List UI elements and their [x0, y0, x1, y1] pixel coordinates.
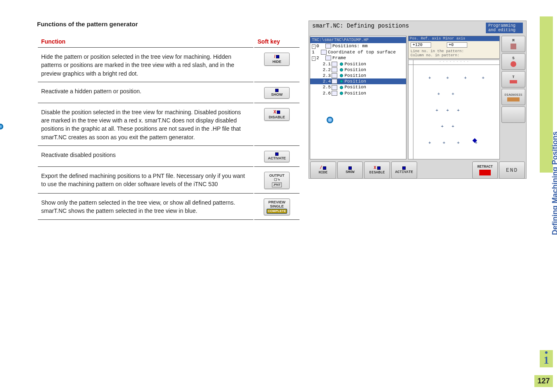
tree-item[interactable]: 2.4Position — [310, 78, 406, 84]
softkey-cell: PREVIEWSINGLECOMPLETE — [254, 194, 299, 220]
info-icon-box: 1 — [540, 350, 553, 367]
position-marker: + — [437, 92, 440, 97]
minor-axis-field[interactable]: +0 — [447, 42, 467, 48]
position-marker: + — [446, 76, 449, 81]
chapter-label: Defining Machining Positions — [551, 131, 557, 235]
softkey-preview[interactable]: PREVIEWSINGLECOMPLETE — [264, 198, 290, 215]
col-softkey: Soft key — [254, 36, 299, 48]
bottom-softkey-RETRACT[interactable]: RETRACT — [472, 161, 498, 179]
tree-item[interactable]: 1Coordinate of top surface — [310, 49, 406, 55]
page-number: 127 — [534, 375, 553, 387]
side-button-1[interactable]: S — [501, 53, 525, 70]
info-line-2: Column no. in pattern: — [411, 53, 460, 58]
bottom-softkey-DISABLE[interactable]: XDISABLE — [364, 161, 390, 179]
side-button-2[interactable]: T — [501, 71, 525, 88]
softkey-cell: SHOW — [254, 83, 299, 103]
softkey-cell: /HIDE — [254, 48, 299, 82]
function-desc: Export the defined machining positions t… — [38, 168, 253, 194]
position-marker: + — [441, 124, 444, 129]
bottom-softkey-HIDE[interactable]: /HIDE — [310, 161, 336, 179]
position-marker: + — [443, 141, 446, 145]
softkey-cell: XDISABLE — [254, 104, 299, 146]
tree-item[interactable]: 2.2Position — [310, 67, 406, 73]
tree-item[interactable]: 2.6Position — [310, 90, 406, 96]
position-marker: + — [457, 108, 460, 113]
position-marker: + — [446, 108, 449, 113]
chapter-label-strip: Defining Machining Positions — [540, 16, 553, 173]
position-marker: + — [452, 92, 455, 97]
col-function: Function — [38, 36, 253, 48]
softkey-output[interactable]: OUTPUT▢↘.PNT — [264, 172, 290, 189]
mode-indicator: Programming and editing — [486, 23, 523, 33]
function-desc: Reactivate disabled positions — [38, 147, 253, 167]
position-marker: + — [428, 141, 431, 145]
bottom-softkey-END[interactable]: END — [499, 161, 525, 179]
info-icon: 1 — [544, 351, 549, 367]
bottom-softkey-SHOW[interactable]: SHOW — [337, 161, 363, 179]
tree-item[interactable]: 2.3Position — [310, 73, 406, 78]
table-row: Reactivate disabled positionsACTIVATE — [38, 147, 299, 167]
function-desc: Reactivate a hidden pattern or position. — [38, 83, 253, 103]
functions-table: Function Soft key Hide the pattern or po… — [37, 35, 300, 221]
side-button-4[interactable] — [501, 106, 525, 123]
section-title: Functions of the pattern generator — [37, 21, 300, 28]
tree-item[interactable]: -2Frame — [310, 55, 406, 61]
form-header: Pos. Ref. axis Minor axis — [408, 36, 499, 41]
tree-item[interactable]: 2.1Position — [310, 61, 406, 67]
tree-panel[interactable]: TNC:\smarTNC\PATDUMP.HP -0Positions: mm … — [310, 36, 406, 159]
softkey-show[interactable]: SHOW — [264, 87, 290, 99]
cnc-screenshot: smarT.NC: Defining positions Programming… — [309, 21, 527, 179]
table-row: Hide the pattern or position selected in… — [38, 48, 299, 82]
softkey-hide[interactable]: /HIDE — [264, 53, 290, 66]
table-row: Export the defined machining positions t… — [38, 168, 299, 194]
origin-marker — [0, 124, 3, 129]
file-path: TNC:\smarTNC\PATDUMP.HP — [310, 37, 406, 43]
softkey-activate[interactable]: ACTIVATE — [264, 151, 290, 162]
side-button-0[interactable]: M — [501, 36, 525, 52]
info-line-1: Line no. in the pattern: — [411, 49, 464, 53]
table-row: Reactivate a hidden pattern or position.… — [38, 83, 299, 103]
bottom-softkey-ACTIVATE[interactable]: ACTIVATE — [391, 161, 417, 179]
side-button-3[interactable]: DIAGNOSIS — [501, 89, 525, 105]
function-desc: Disable the position selected in the tre… — [38, 104, 253, 146]
tree-item[interactable]: 2.5Position — [310, 84, 406, 90]
ref-axis-field[interactable]: +120 — [411, 42, 431, 48]
table-row: Disable the position selected in the tre… — [38, 104, 299, 146]
softkey-disable[interactable]: XDISABLE — [264, 108, 290, 121]
tree-item[interactable]: -0Positions: mm — [310, 43, 406, 49]
position-marker: + — [428, 76, 431, 81]
form-panel: Pos. Ref. axis Minor axis +120 +0 Line n… — [408, 36, 500, 59]
softkey-cell: ACTIVATE — [254, 147, 299, 167]
preview-graphics[interactable]: · · · · · · · · ·+++++++++++++++ — [408, 60, 500, 159]
position-marker: + — [436, 108, 439, 113]
position-marker: + — [452, 124, 455, 129]
function-desc: Hide the pattern or position selected in… — [38, 48, 253, 82]
softkey-cell: OUTPUT▢↘.PNT — [254, 168, 299, 194]
screen-title: smarT.NC: Defining positions — [312, 23, 409, 33]
position-marker: + — [482, 76, 485, 81]
origin-indicator — [327, 117, 333, 123]
position-marker: + — [464, 76, 467, 81]
position-marker: + — [457, 141, 460, 145]
function-desc: Show only the pattern selected in the tr… — [38, 194, 253, 220]
table-row: Show only the pattern selected in the tr… — [38, 194, 299, 220]
